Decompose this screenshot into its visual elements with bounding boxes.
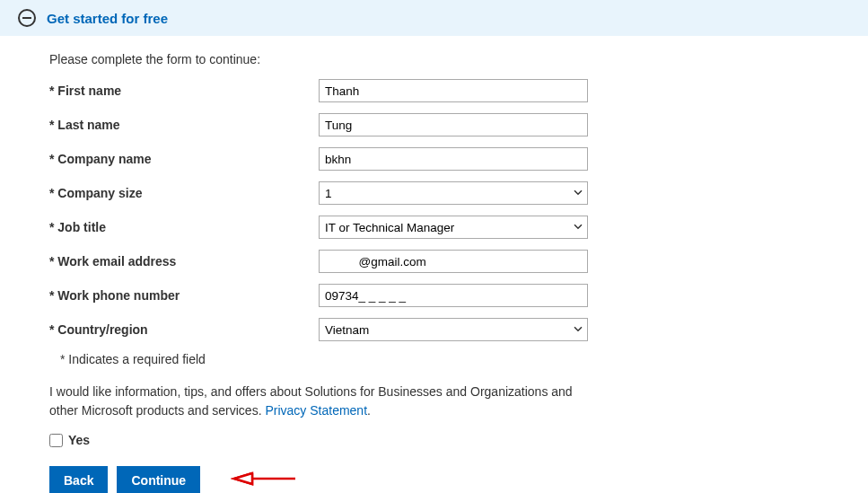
- job-title-label: * Job title: [49, 220, 319, 234]
- continue-button[interactable]: Continue: [117, 466, 200, 494]
- work-email-label: * Work email address: [49, 254, 319, 269]
- country-label: * Country/region: [49, 322, 319, 337]
- work-phone-input[interactable]: [319, 284, 588, 307]
- consent-text: I would like information, tips, and offe…: [49, 383, 597, 420]
- form-instruction: Please complete the form to continue:: [49, 52, 597, 66]
- banner: Get started for free: [0, 0, 868, 36]
- work-phone-label: * Work phone number: [49, 288, 319, 303]
- consent-checkbox[interactable]: [49, 434, 63, 447]
- company-name-input[interactable]: [319, 147, 588, 171]
- job-title-select[interactable]: IT or Technical Manager: [319, 216, 588, 239]
- privacy-link[interactable]: Privacy Statement: [265, 403, 367, 418]
- arrow-annotation-icon: [225, 465, 297, 493]
- consent-yes-label[interactable]: Yes: [68, 433, 90, 447]
- banner-title: Get started for free: [47, 11, 168, 26]
- last-name-input[interactable]: [319, 113, 588, 136]
- country-select[interactable]: Vietnam: [319, 318, 588, 341]
- signup-form: Please complete the form to continue: * …: [0, 36, 646, 493]
- collapse-icon[interactable]: [18, 9, 36, 27]
- company-size-select[interactable]: 1: [319, 181, 588, 205]
- consent-text-end: .: [367, 403, 371, 418]
- work-email-input[interactable]: [319, 250, 588, 273]
- company-name-label: * Company name: [49, 152, 319, 166]
- company-size-label: * Company size: [49, 186, 319, 200]
- last-name-label: * Last name: [49, 118, 319, 132]
- back-button[interactable]: Back: [49, 466, 108, 494]
- required-note: * Indicates a required field: [60, 352, 597, 366]
- first-name-input[interactable]: [319, 79, 588, 102]
- first-name-label: * First name: [49, 84, 319, 98]
